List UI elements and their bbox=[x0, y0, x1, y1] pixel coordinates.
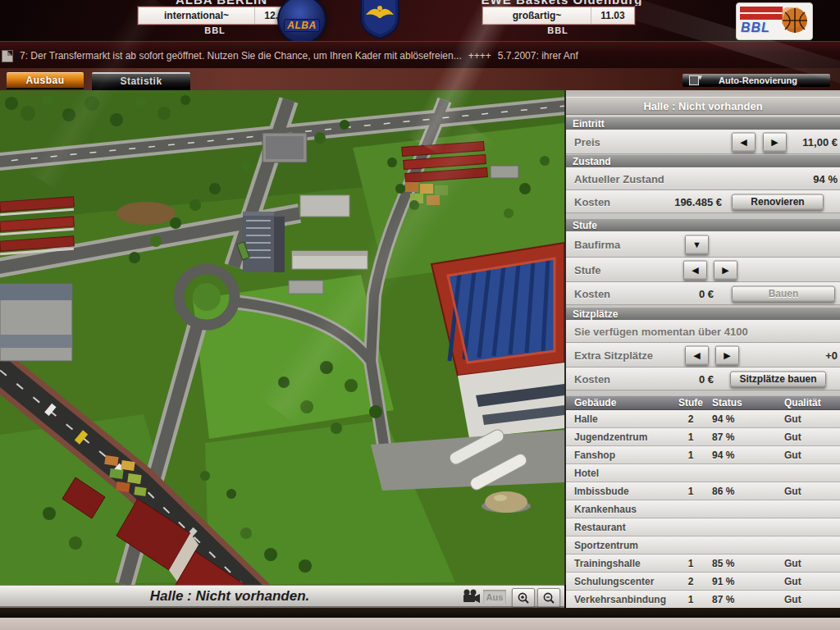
table-cell: Fanshop bbox=[566, 450, 673, 461]
table-cell: Gut bbox=[761, 558, 840, 569]
shield-icon bbox=[358, 0, 402, 39]
table-cell: 1 bbox=[673, 486, 709, 497]
aktueller-zustand-label: Aktueller Zustand bbox=[574, 172, 664, 185]
preis-label: Preis bbox=[574, 135, 600, 148]
ewe-baskets-logo bbox=[358, 0, 402, 39]
zoom-in-icon bbox=[517, 591, 530, 605]
ticker-separator: ++++ bbox=[468, 50, 491, 62]
bbl-stripes bbox=[740, 7, 783, 20]
table-cell: Schulungscenter bbox=[566, 576, 673, 587]
right-team-mood-box: großartig~ 11.03 bbox=[482, 7, 635, 25]
news-icon bbox=[2, 50, 13, 62]
row-kosten-bauen: Kosten 0 € Bauen bbox=[566, 282, 840, 305]
tab-statistik[interactable]: Statistik bbox=[92, 72, 190, 90]
table-row[interactable]: Krankenhaus bbox=[566, 500, 840, 518]
table-cell: 86 % bbox=[709, 486, 761, 497]
bauen-button[interactable]: Bauen bbox=[732, 285, 835, 301]
renovieren-button[interactable]: Renovieren bbox=[732, 194, 824, 209]
right-team-name: EWE Baskets Oldenburg bbox=[455, 0, 669, 6]
extra-increase-button[interactable]: ▶ bbox=[715, 345, 739, 364]
camera-button[interactable] bbox=[461, 589, 481, 605]
table-row[interactable]: Trainingshalle185 %Gut bbox=[566, 555, 840, 573]
sitzplaetze-info: Sie verfügen momentan über 4100 bbox=[574, 325, 748, 337]
zoom-in-button[interactable] bbox=[512, 588, 535, 607]
stufe-decrease-button[interactable]: ◀ bbox=[683, 260, 707, 279]
table-row[interactable]: Hotel bbox=[566, 464, 840, 482]
table-cell: 94 % bbox=[709, 450, 761, 461]
bbl-logo-text: BBL bbox=[741, 21, 770, 35]
row-preis: Preis ◀ ▶ 11,00 € bbox=[566, 130, 840, 154]
extra-decrease-button[interactable]: ◀ bbox=[685, 345, 709, 364]
table-row[interactable]: Restaurant bbox=[566, 518, 840, 536]
tab-ausbau[interactable]: Ausbau bbox=[7, 72, 84, 89]
zoom-out-button[interactable] bbox=[537, 588, 560, 607]
table-row[interactable]: Verkehrsanbindung187 %Gut bbox=[566, 591, 840, 608]
preis-increase-button[interactable]: ▶ bbox=[763, 132, 787, 151]
table-cell: Jugendzentrum bbox=[566, 431, 673, 443]
table-row[interactable]: Fanshop194 %Gut bbox=[566, 446, 840, 464]
header-stufe: Stufe bbox=[673, 397, 709, 409]
panel-title: Halle : Nicht vorhanden bbox=[566, 97, 840, 115]
row-sitzplaetze-info: Sie verfügen momentan über 4100 bbox=[566, 320, 840, 343]
building-panel: Halle : Nicht vorhanden Eintritt Preis ◀… bbox=[566, 90, 840, 608]
city-map-scene bbox=[0, 90, 564, 585]
table-row[interactable]: Halle294 %Gut bbox=[566, 410, 840, 428]
sitzplaetze-bauen-button[interactable]: Sitzplätze bauen bbox=[730, 371, 826, 386]
table-cell: 1 bbox=[673, 594, 709, 605]
left-team-league: BBL bbox=[190, 25, 240, 35]
kosten-label: Kosten bbox=[574, 372, 610, 385]
table-cell: 94 % bbox=[709, 413, 761, 425]
table-row[interactable]: Schulungscenter291 %Gut bbox=[566, 573, 840, 591]
scoreboard: ALBA BERLIN EWE Baskets Oldenburg intern… bbox=[0, 0, 840, 41]
table-row[interactable]: Imbissbude186 %Gut bbox=[566, 482, 840, 500]
kosten-label: Kosten bbox=[574, 195, 610, 208]
buildings-table-rows: Halle294 %GutJugendzentrum187 %GutFansho… bbox=[566, 410, 840, 608]
right-team-league: BBL bbox=[533, 25, 582, 35]
table-cell: Verkehrsanbindung bbox=[566, 594, 673, 605]
row-kosten-sitzplaetze: Kosten 0 € Sitzplätze bauen bbox=[566, 368, 840, 390]
alba-berlin-logo: ALBA bbox=[277, 0, 326, 44]
table-cell: Sportzentrum bbox=[566, 540, 673, 551]
table-cell: 85 % bbox=[709, 558, 761, 569]
kosten-value: 196.485 € bbox=[674, 195, 722, 208]
city-map[interactable] bbox=[0, 90, 566, 585]
table-cell: Krankenhaus bbox=[566, 504, 673, 515]
table-cell: Gut bbox=[761, 413, 840, 425]
baufirma-label: Baufirma bbox=[574, 238, 620, 250]
extra-sitzplaetze-label: Extra Sitzplätze bbox=[574, 349, 653, 361]
section-stufe: Stufe bbox=[566, 218, 840, 231]
header-status: Status bbox=[709, 397, 761, 409]
alba-logo-text: ALBA bbox=[284, 19, 319, 32]
table-cell: 2 bbox=[673, 413, 709, 425]
table-cell: Gut bbox=[761, 594, 840, 605]
auto-renovierung-button[interactable]: Auto-Renovierung bbox=[682, 74, 830, 87]
table-cell: Gut bbox=[761, 486, 840, 497]
header-qualitaet: Qualität bbox=[761, 397, 840, 409]
section-eintritt: Eintritt bbox=[566, 116, 840, 130]
table-row[interactable]: Sportzentrum bbox=[566, 536, 840, 555]
auto-renovierung-icon bbox=[689, 75, 699, 85]
table-cell: Restaurant bbox=[566, 522, 673, 533]
preis-value: 11,00 € bbox=[802, 135, 838, 148]
bbl-league-logo: BBL bbox=[736, 2, 813, 40]
left-team-mood: international~ bbox=[139, 7, 255, 24]
baufirma-dropdown-button[interactable]: ▼ bbox=[685, 235, 709, 253]
table-row[interactable]: Jugendzentrum187 %Gut bbox=[566, 428, 840, 446]
stufe-increase-button[interactable]: ▶ bbox=[714, 260, 737, 279]
header-gebaeude: Gebäude bbox=[566, 397, 673, 409]
table-cell: 2 bbox=[673, 576, 709, 587]
game-window: ALBA BERLIN EWE Baskets Oldenburg intern… bbox=[0, 0, 840, 630]
table-cell: Imbissbude bbox=[566, 486, 673, 497]
auto-renovierung-label: Auto-Renovierung bbox=[719, 75, 797, 85]
section-zustand: Zustand bbox=[566, 154, 840, 167]
left-team-mood-box: international~ 12.11 bbox=[138, 7, 299, 25]
bottom-light-strip bbox=[0, 618, 840, 630]
table-cell: Gut bbox=[761, 450, 840, 461]
aktueller-zustand-value: 94 % bbox=[813, 172, 838, 185]
kosten-value: 0 € bbox=[699, 287, 714, 299]
basketball-icon bbox=[782, 7, 809, 34]
preis-decrease-button[interactable]: ◀ bbox=[732, 132, 756, 151]
section-sitzplaetze: Sitzplätze bbox=[566, 307, 840, 320]
table-cell: Gut bbox=[761, 576, 840, 587]
row-aktueller-zustand: Aktueller Zustand 94 % bbox=[566, 167, 840, 190]
